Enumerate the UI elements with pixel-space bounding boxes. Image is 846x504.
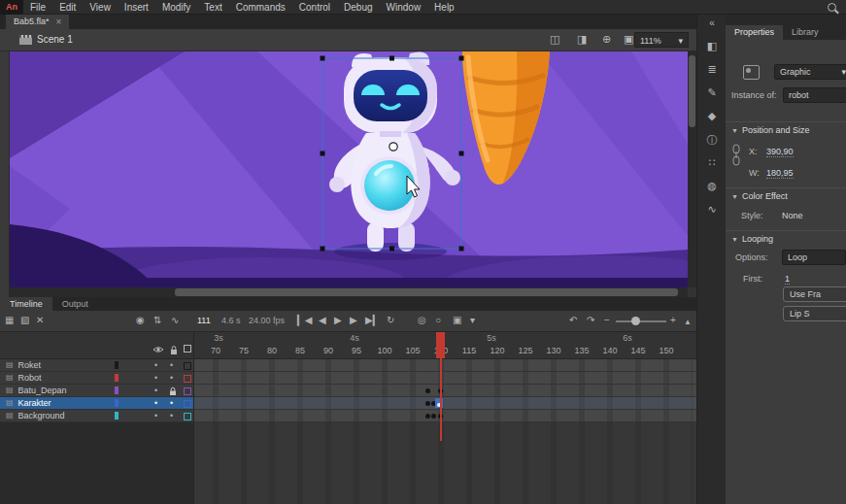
menu-view[interactable]: View [83, 0, 118, 15]
menu-control[interactable]: Control [292, 0, 337, 15]
redo-icon[interactable]: ↷ [587, 315, 594, 326]
first-frame-value[interactable]: 1 [785, 274, 790, 285]
zoom-select[interactable]: 111% ▾ [634, 32, 689, 48]
tab-library[interactable]: Library [783, 25, 828, 40]
layer-outline-toggle[interactable] [184, 362, 191, 370]
layer-visibility-toggle[interactable]: • [154, 385, 157, 396]
frame-rate-indicator[interactable]: 24.00 fps [249, 316, 285, 325]
use-frame-picker-button[interactable]: Use Fra [783, 286, 846, 302]
transform-icon[interactable]: ∷ [702, 156, 722, 169]
search-icon[interactable] [828, 3, 836, 12]
menu-help[interactable]: Help [427, 0, 461, 15]
constrain-link-icon[interactable] [731, 143, 741, 168]
instance-name-field[interactable]: robot [783, 87, 846, 103]
frame-view-icon[interactable]: ▲ [684, 317, 692, 328]
new-layer-icon[interactable]: ▦ [5, 315, 14, 326]
step-forward-button[interactable]: ▶ [350, 315, 357, 326]
layer-row-background[interactable]: ▤ Background • • [0, 410, 193, 422]
stage-canvas[interactable] [10, 51, 688, 287]
style-value[interactable]: None [782, 211, 803, 220]
frame-track-karakter[interactable] [194, 397, 696, 410]
document-tab[interactable]: Bab5.fla* × [6, 15, 69, 29]
menu-text[interactable]: Text [197, 0, 228, 15]
frame-track-robot[interactable] [194, 372, 696, 385]
menu-file[interactable]: File [23, 0, 52, 15]
app-logo[interactable]: An [0, 0, 23, 15]
parenting-view-icon[interactable]: ⇅ [153, 315, 161, 326]
eye-icon[interactable] [152, 345, 164, 354]
layer-outline-toggle[interactable] [184, 400, 191, 408]
frame-grid[interactable] [194, 359, 696, 422]
close-icon[interactable]: × [56, 15, 62, 29]
lock-icon[interactable] [169, 345, 179, 355]
symbol-type-select[interactable]: Graphic ▾ [774, 64, 846, 80]
w-value[interactable]: 180,95 [766, 168, 794, 179]
edit-scene-icon[interactable]: ◫ [550, 33, 559, 46]
scene-label[interactable]: Scene 1 [37, 34, 73, 45]
center-frame-icon[interactable]: ⊕ [602, 33, 611, 46]
menu-window[interactable]: Window [380, 0, 428, 15]
keyframe-dot[interactable] [425, 401, 430, 406]
loop-playback-icon[interactable]: ↻ [387, 315, 394, 326]
horizontal-scrollbar-thumb[interactable] [175, 288, 678, 296]
go-to-last-frame-button[interactable]: ▶▎ [365, 315, 380, 326]
frame-track-background[interactable] [194, 410, 696, 422]
color-icon[interactable]: ◍ [702, 180, 722, 192]
lock-icon[interactable] [168, 386, 178, 396]
onion-skin-icon[interactable]: ◎ [418, 315, 426, 326]
camera-icon[interactable]: ◉ [136, 315, 145, 326]
layer-visibility-toggle[interactable]: • [154, 359, 157, 371]
tab-timeline[interactable]: Timeline [0, 297, 52, 311]
layer-row-roket[interactable]: ▤ Roket • • [0, 359, 193, 372]
graph-view-icon[interactable]: ∿ [171, 315, 179, 326]
timeline-zoom-slider[interactable] [616, 320, 666, 322]
tab-properties[interactable]: Properties [726, 25, 783, 40]
onion-skin-outline-icon[interactable]: ○ [435, 315, 441, 326]
outline-view-icon[interactable] [184, 345, 191, 353]
layer-visibility-toggle[interactable]: • [154, 410, 157, 421]
loop-options-select[interactable]: Loop [782, 250, 846, 265]
keyframe-dot[interactable] [425, 388, 430, 393]
edit-symbols-icon[interactable]: ◨ [577, 33, 587, 46]
layer-outline-toggle[interactable] [184, 413, 191, 420]
play-button[interactable]: ▶ [334, 315, 342, 326]
menu-edit[interactable]: Edit [52, 0, 83, 15]
layer-row-robot[interactable]: ▤ Robot • • [0, 372, 193, 385]
layer-lock-toggle[interactable]: • [170, 410, 173, 421]
menu-modify[interactable]: Modify [155, 0, 197, 15]
layer-lock-toggle[interactable]: • [170, 397, 173, 409]
layer-row-karakter[interactable]: ▤ Karakter • • [0, 397, 193, 410]
section-position-size[interactable]: ▼Position and Size [726, 121, 846, 138]
vertical-scrollbar-thumb[interactable] [689, 55, 695, 127]
undo-icon[interactable]: ↶ [569, 315, 577, 326]
horizontal-scrollbar[interactable] [10, 287, 688, 297]
pencil-icon[interactable]: ✎ [702, 86, 722, 99]
info-icon[interactable]: ⓘ [702, 133, 722, 146]
vertical-scrollbar[interactable] [688, 51, 696, 287]
motion-icon[interactable]: ∿ [702, 203, 722, 216]
delete-layer-icon[interactable]: ✕ [36, 315, 44, 326]
layer-lock-toggle[interactable]: • [170, 372, 173, 384]
tab-output[interactable]: Output [52, 297, 98, 311]
section-color-effect[interactable]: ▼Color Effect [726, 187, 846, 204]
timeline-zoom-thumb[interactable] [631, 317, 640, 325]
step-back-button[interactable]: ◀ [319, 315, 326, 326]
keyframe-dot[interactable] [425, 414, 430, 419]
layers-icon[interactable]: ≣ [702, 63, 722, 76]
layer-lock-toggle[interactable]: • [170, 359, 173, 371]
layer-outline-toggle[interactable] [184, 387, 191, 395]
menu-commands[interactable]: Commands [229, 0, 292, 15]
menu-insert[interactable]: Insert [118, 0, 155, 15]
zoom-out-icon[interactable]: − [604, 315, 610, 326]
frame-ruler[interactable]: 3s 4s 5s 6s 70 75 80 85 90 95 100 105 11… [194, 332, 696, 359]
playhead-line[interactable] [440, 332, 442, 441]
swatches-icon[interactable]: ◆ [702, 110, 722, 122]
keyframe-dot[interactable] [431, 414, 436, 419]
clip-content-icon[interactable]: ▣ [624, 33, 633, 46]
frame-track-batu-depan[interactable] [194, 385, 696, 397]
edit-multiple-frames-icon[interactable]: ▣ [453, 315, 461, 326]
tools-strip[interactable] [0, 51, 10, 297]
layer-row-batu-depan[interactable]: ▤ Batu_Depan • [0, 385, 193, 397]
layer-outline-toggle[interactable] [184, 375, 191, 383]
layer-visibility-toggle[interactable]: • [154, 372, 157, 384]
